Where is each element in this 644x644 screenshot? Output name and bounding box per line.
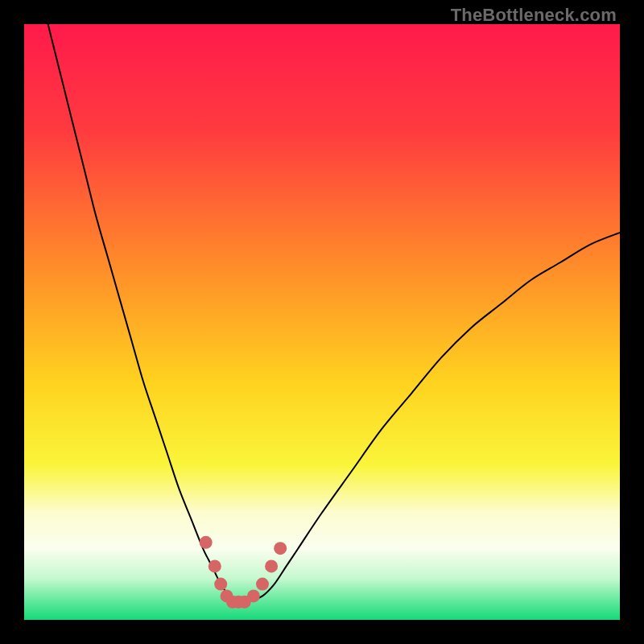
- marker-dot: [274, 542, 287, 555]
- marker-dot: [200, 536, 213, 549]
- bottleneck-curve: [48, 24, 620, 602]
- outer-frame: TheBottleneck.com: [0, 0, 644, 644]
- marker-dot: [214, 578, 227, 591]
- highlight-markers: [200, 536, 287, 609]
- watermark-text: TheBottleneck.com: [451, 5, 617, 26]
- marker-dot: [256, 578, 269, 591]
- chart-svg: [24, 24, 620, 620]
- plot-area: [24, 24, 620, 620]
- marker-dot: [247, 589, 260, 602]
- marker-dot: [208, 559, 221, 572]
- marker-dot: [265, 559, 278, 572]
